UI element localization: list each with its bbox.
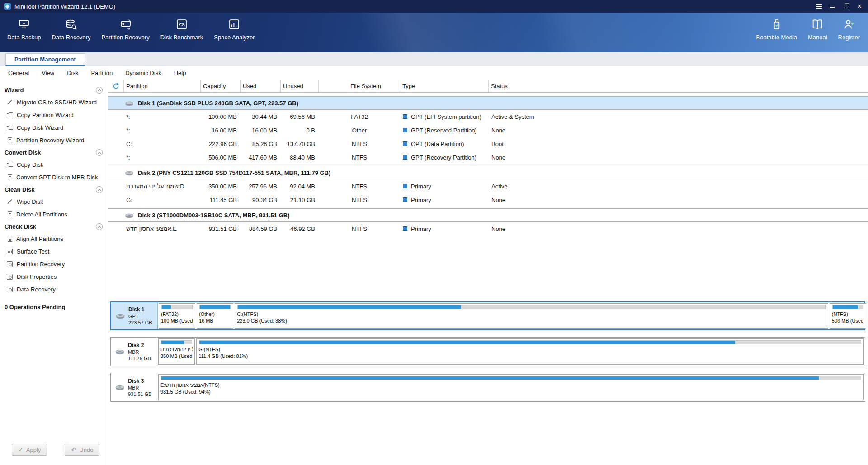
close-icon: × bbox=[857, 3, 861, 10]
space-analyzer-button[interactable]: Space Analyzer bbox=[208, 15, 260, 50]
copy-partition-icon bbox=[7, 112, 13, 118]
window-title: MiniTool Partition Wizard 12.1 (DEMO) bbox=[14, 3, 812, 10]
migrate-os-icon bbox=[7, 99, 13, 105]
menu-general[interactable]: General bbox=[2, 66, 35, 80]
col-partition: Partition bbox=[124, 80, 201, 92]
partition-recovery-button[interactable]: Partition Recovery bbox=[96, 15, 155, 50]
refresh-button[interactable] bbox=[108, 80, 124, 92]
col-unused: Unused bbox=[281, 80, 319, 92]
register-icon bbox=[842, 18, 856, 31]
menu-help[interactable]: Help bbox=[168, 66, 193, 80]
window-menu-button[interactable] bbox=[812, 0, 826, 13]
disk1-map-info[interactable]: Disk 1 GPT 223.57 GB bbox=[111, 302, 158, 329]
disk-map-row-disk1[interactable]: Disk 1 GPT 223.57 GB (FAT32) 100 MB (Use… bbox=[110, 301, 865, 330]
partition-block-other[interactable]: (Other) 16 MB bbox=[197, 303, 233, 329]
partition-row-disk1-c[interactable]: C: 222.96 GB 85.26 GB 137.70 GB NTFS GPT… bbox=[108, 137, 868, 150]
partition-block-fat32[interactable]: (FAT32) 100 MB (Used bbox=[159, 303, 195, 329]
disk-map-panel: Disk 1 GPT 223.57 GB (FAT32) 100 MB (Use… bbox=[110, 301, 865, 409]
partition-block-d[interactable]: D:שמור על-ידי המערכת 350 MB (Used bbox=[158, 338, 195, 365]
col-capacity: Capacity bbox=[201, 80, 241, 92]
close-button[interactable]: × bbox=[853, 0, 866, 13]
partition-type-color bbox=[403, 226, 407, 231]
undo-button[interactable]: ↶ Undo bbox=[65, 444, 99, 456]
title-bar: MiniTool Partition Wizard 12.1 (DEMO) × bbox=[0, 0, 868, 13]
sidebar-item-surface-test[interactable]: Surface Test bbox=[0, 245, 108, 258]
partition-row-disk1-recovery[interactable]: *: 506.00 MB 417.60 MB 88.40 MB NTFS GPT… bbox=[108, 150, 868, 164]
disk2-map-info[interactable]: Disk 2 MBR 111.79 GB bbox=[111, 338, 157, 366]
sidebar-item-copy-partition-wizard[interactable]: Copy Partition Wizard bbox=[0, 108, 108, 121]
partition-recovery-wizard-icon bbox=[8, 137, 12, 143]
sidebar-item-partition-recovery-wizard[interactable]: Partition Recovery Wizard bbox=[0, 134, 108, 146]
manual-icon bbox=[811, 18, 824, 31]
disk-drive-icon bbox=[125, 170, 134, 176]
section-wizard[interactable]: Wizard bbox=[0, 84, 108, 96]
partition-row-disk2-d[interactable]: D:שמור על-ידי המערכת 350.00 MB 257.96 MB… bbox=[108, 179, 868, 193]
sidebar-item-disk-properties[interactable]: Disk Properties bbox=[0, 270, 108, 283]
disk-map-row-disk3[interactable]: Disk 3 MBR 931.51 GB E:אמצעי אחסון חדש(N… bbox=[110, 373, 865, 402]
disk-benchmark-button[interactable]: Disk Benchmark bbox=[155, 15, 209, 50]
partition-recovery-icon bbox=[119, 18, 132, 31]
disk-drive-icon bbox=[115, 313, 125, 319]
disk3-map-info[interactable]: Disk 3 MBR 931.51 GB bbox=[111, 373, 157, 401]
sidebar-item-migrate-os[interactable]: Migrate OS to SSD/HD Wizard bbox=[0, 96, 108, 108]
operations-pending-label: 0 Operations Pending bbox=[0, 304, 108, 310]
sidebar-item-wipe-disk[interactable]: Wipe Disk bbox=[0, 195, 108, 208]
disk3-header-row[interactable]: Disk 3 (ST1000DM003-1SB10C SATA, MBR, 93… bbox=[108, 208, 868, 222]
disk-map-row-disk2[interactable]: Disk 2 MBR 111.79 GB D:שמור על-ידי המערכ… bbox=[110, 337, 865, 366]
partition-type-color bbox=[403, 184, 407, 188]
usage-bar bbox=[199, 305, 231, 309]
disk2-header-row[interactable]: Disk 2 (PNY CS1211 120GB SSD 754D117-551… bbox=[108, 166, 868, 179]
sidebar-item-align-all-partitions[interactable]: Align All Partitions bbox=[0, 232, 108, 245]
section-check-disk[interactable]: Check Disk bbox=[0, 221, 108, 232]
space-analyzer-icon bbox=[227, 18, 241, 31]
convert-gpt-icon bbox=[8, 174, 12, 180]
minimize-button[interactable] bbox=[826, 0, 839, 13]
partition-row-disk3-e[interactable]: E:אמצעי אחסון חדש 931.51 GB 884.59 GB 46… bbox=[108, 222, 868, 235]
menu-dynamic-disk[interactable]: Dynamic Disk bbox=[119, 66, 167, 80]
bootable-media-button[interactable]: Bootable Media bbox=[751, 15, 802, 50]
section-clean-disk[interactable]: Clean Disk bbox=[0, 183, 108, 195]
disk-properties-icon bbox=[7, 274, 13, 280]
section-convert-disk[interactable]: Convert Disk bbox=[0, 146, 108, 158]
hamburger-icon bbox=[816, 6, 822, 7]
usage-bar bbox=[161, 376, 861, 380]
partition-type-color bbox=[403, 114, 407, 119]
tab-strip: Partition Management bbox=[0, 52, 868, 66]
manual-button[interactable]: Manual bbox=[802, 15, 833, 50]
partition-row-disk2-g[interactable]: G: 111.45 GB 90.34 GB 21.10 GB NTFS Prim… bbox=[108, 193, 868, 207]
sidebar-item-delete-all-partitions[interactable]: Delete All Partitions bbox=[0, 208, 108, 221]
partition-type-color bbox=[403, 128, 407, 132]
sidebar-item-partition-recovery[interactable]: Partition Recovery bbox=[0, 258, 108, 270]
partition-block-g[interactable]: G:(NTFS) 111.4 GB (Used: 81%) bbox=[196, 338, 864, 365]
disk-drive-icon bbox=[115, 348, 125, 355]
sidebar-item-copy-disk[interactable]: Copy Disk bbox=[0, 158, 108, 171]
data-backup-icon bbox=[17, 18, 31, 31]
sidebar-item-data-recovery[interactable]: Data Recovery bbox=[0, 283, 108, 296]
minimize-icon bbox=[830, 7, 835, 8]
partition-row-disk1-efi[interactable]: *: 100.00 MB 30.44 MB 69.56 MB FAT32 GPT… bbox=[108, 110, 868, 123]
disk-drive-icon bbox=[125, 212, 134, 218]
col-status: Status bbox=[489, 80, 868, 92]
partition-block-c[interactable]: C:(NTFS) 223.0 GB (Used: 38%) bbox=[235, 303, 828, 329]
collapse-chevron-icon bbox=[96, 186, 103, 193]
table-header: Partition Capacity Used Unused File Syst… bbox=[108, 80, 868, 93]
partition-block-e[interactable]: E:אמצעי אחסון חדש(NTFS) 931.5 GB (Used: … bbox=[158, 374, 864, 400]
partition-block-recovery[interactable]: (NTFS) 506 MB (Used bbox=[830, 303, 866, 329]
menu-disk[interactable]: Disk bbox=[61, 66, 85, 80]
action-sidebar: Wizard Migrate OS to SSD/HD Wizard Copy … bbox=[0, 80, 108, 465]
sidebar-item-copy-disk-wizard[interactable]: Copy Disk Wizard bbox=[0, 121, 108, 134]
data-backup-button[interactable]: Data Backup bbox=[2, 15, 46, 50]
disk1-header-row[interactable]: Disk 1 (SanDisk SSD PLUS 240GB SATA, GPT… bbox=[108, 96, 868, 110]
usage-bar bbox=[237, 305, 826, 309]
sidebar-item-convert-gpt-to-mbr[interactable]: Convert GPT Disk to MBR Disk bbox=[0, 171, 108, 183]
disk-benchmark-icon bbox=[175, 18, 189, 31]
menu-partition[interactable]: Partition bbox=[85, 66, 119, 80]
menu-view[interactable]: View bbox=[35, 66, 61, 80]
data-recovery-button[interactable]: Data Recovery bbox=[46, 15, 96, 50]
register-button[interactable]: Register bbox=[833, 15, 865, 50]
maximize-button[interactable] bbox=[839, 0, 853, 13]
refresh-icon bbox=[113, 83, 119, 89]
apply-button[interactable]: ✓ Apply bbox=[12, 444, 47, 456]
partition-row-disk1-reserved[interactable]: *: 16.00 MB 16.00 MB 0 B Other GPT (Rese… bbox=[108, 123, 868, 137]
tab-partition-management[interactable]: Partition Management bbox=[5, 53, 85, 66]
